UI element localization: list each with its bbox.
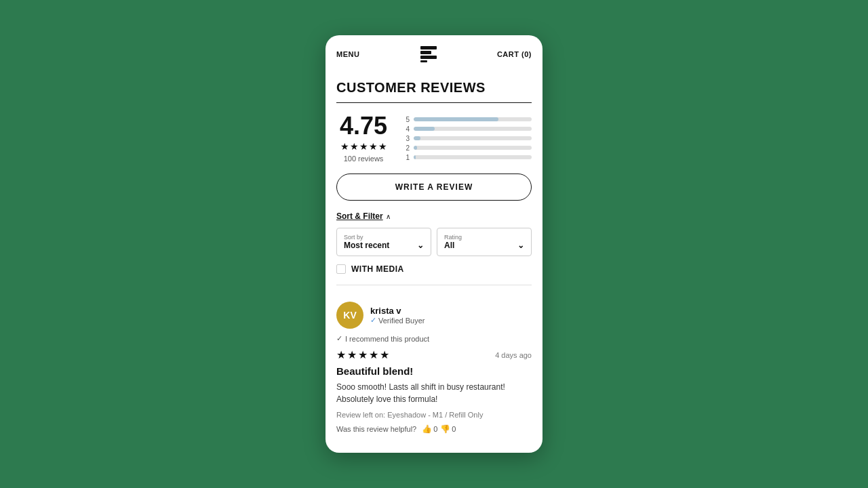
- svg-rect-3: [420, 60, 427, 62]
- recommend-row: ✓ I recommend this product: [336, 334, 532, 343]
- bar-label-4: 4: [404, 125, 410, 133]
- verified-check-icon: ✓: [370, 316, 376, 325]
- overall-score: 4.75: [340, 114, 387, 138]
- star-2: ★: [350, 141, 359, 152]
- reviewer-info: krista v ✓ Verified Buyer: [370, 306, 425, 325]
- rating-left: 4.75 ★ ★ ★ ★ ★ 100 reviews: [336, 114, 391, 163]
- verified-label: Verified Buyer: [378, 317, 425, 325]
- reviewer-name: krista v: [370, 306, 425, 316]
- svg-rect-2: [420, 56, 437, 59]
- helpful-row: Was this review helpful? 👍 0 👎 0: [336, 424, 532, 434]
- bar-row-2: 2: [404, 144, 532, 152]
- bar-fill-3: [414, 136, 420, 140]
- page-title: CUSTOMER REVIEWS: [336, 73, 532, 96]
- helpful-no-count: 0: [452, 425, 456, 433]
- reviews-divider: [336, 285, 532, 285]
- bar-track-5: [414, 117, 532, 121]
- star-5: ★: [378, 141, 387, 152]
- bar-row-3: 3: [404, 135, 532, 142]
- bar-fill-4: [414, 127, 435, 131]
- with-media-label: WITH MEDIA: [351, 264, 404, 274]
- thumbs-up-icon: 👍: [422, 424, 432, 434]
- review-star-3: ★: [358, 348, 368, 361]
- review-stars: ★ ★ ★ ★ ★: [336, 348, 389, 361]
- helpful-no-button[interactable]: 👎 0: [440, 424, 456, 434]
- main-content: CUSTOMER REVIEWS 4.75 ★ ★ ★ ★ ★ 100 revi…: [326, 73, 542, 453]
- verified-badge: ✓ Verified Buyer: [370, 316, 425, 325]
- with-media-checkbox[interactable]: [336, 264, 346, 274]
- phone-frame: MENU CART (0) CUSTOMER REVIEWS 4.75 ★ ★ …: [326, 35, 542, 453]
- bar-label-5: 5: [404, 116, 410, 123]
- review-star-2: ★: [347, 348, 357, 361]
- rating-value: All ⌄: [444, 241, 524, 250]
- bar-track-1: [414, 155, 532, 159]
- sort-by-value: Most recent ⌄: [344, 241, 424, 250]
- nav-bar: MENU CART (0): [326, 35, 542, 73]
- star-1: ★: [340, 141, 349, 152]
- reviewer-header: KV krista v ✓ Verified Buyer: [336, 302, 532, 329]
- menu-button[interactable]: MENU: [336, 50, 359, 58]
- avatar: KV: [336, 302, 363, 329]
- sort-filter-header[interactable]: Sort & Filter ∧: [336, 211, 532, 221]
- rating-label: Rating: [444, 234, 524, 241]
- rating-chevron-icon: ⌄: [517, 241, 524, 250]
- write-review-button[interactable]: WRITE A REVIEW: [336, 174, 532, 201]
- review-body: Sooo smooth! Lasts all shift in busy res…: [336, 381, 532, 405]
- cart-button[interactable]: CART (0): [497, 50, 532, 58]
- bar-row-4: 4: [404, 125, 532, 133]
- bar-track-2: [414, 146, 532, 150]
- avatar-initials: KV: [343, 310, 356, 321]
- svg-rect-1: [420, 51, 431, 54]
- rating-dropdown[interactable]: Rating All ⌄: [437, 228, 532, 256]
- title-divider: [336, 102, 532, 103]
- helpful-question: Was this review helpful?: [336, 425, 416, 433]
- bar-fill-5: [414, 117, 498, 121]
- review-star-4: ★: [369, 348, 378, 361]
- star-4: ★: [369, 141, 378, 152]
- sort-filter-chevron-icon: ∧: [386, 213, 391, 220]
- svg-rect-0: [420, 46, 437, 49]
- review-title: Beautiful blend!: [336, 365, 532, 377]
- star-3: ★: [359, 141, 368, 152]
- bar-row-5: 5: [404, 116, 532, 123]
- review-star-5: ★: [380, 348, 389, 361]
- bar-fill-2: [414, 146, 417, 150]
- review-count: 100 reviews: [344, 155, 384, 163]
- bar-label-1: 1: [404, 154, 410, 161]
- review-star-1: ★: [336, 348, 346, 361]
- helpful-yes-button[interactable]: 👍 0: [422, 424, 437, 434]
- sort-filter-label: Sort & Filter: [336, 211, 383, 221]
- bar-track-3: [414, 136, 532, 140]
- bar-row-1: 1: [404, 154, 532, 161]
- sort-by-label: Sort by: [344, 234, 424, 241]
- review-card: KV krista v ✓ Verified Buyer ✓ I recomme…: [336, 293, 532, 442]
- recommend-text: I recommend this product: [345, 335, 429, 343]
- sort-by-chevron-icon: ⌄: [417, 241, 424, 250]
- rating-summary: 4.75 ★ ★ ★ ★ ★ 100 reviews 5: [336, 114, 532, 163]
- rating-bars: 5 4 3 2: [404, 116, 532, 161]
- sort-by-dropdown[interactable]: Sort by Most recent ⌄: [336, 228, 431, 256]
- logo: [418, 43, 439, 65]
- bar-fill-1: [414, 155, 416, 159]
- review-stars-row: ★ ★ ★ ★ ★ 4 days ago: [336, 348, 532, 361]
- bar-track-4: [414, 127, 532, 131]
- thumbs-down-icon: 👎: [440, 424, 450, 434]
- with-media-row[interactable]: WITH MEDIA: [336, 264, 532, 274]
- filter-row: Sort by Most recent ⌄ Rating All ⌄: [336, 228, 532, 256]
- helpful-yes-count: 0: [433, 425, 437, 433]
- bar-label-3: 3: [404, 135, 410, 142]
- review-date: 4 days ago: [495, 351, 532, 359]
- overall-stars: ★ ★ ★ ★ ★: [340, 141, 387, 152]
- recommend-check-icon: ✓: [336, 334, 342, 343]
- review-meta: Review left on: Eyeshadow - M1 / Refill …: [336, 411, 532, 419]
- bar-label-2: 2: [404, 144, 410, 152]
